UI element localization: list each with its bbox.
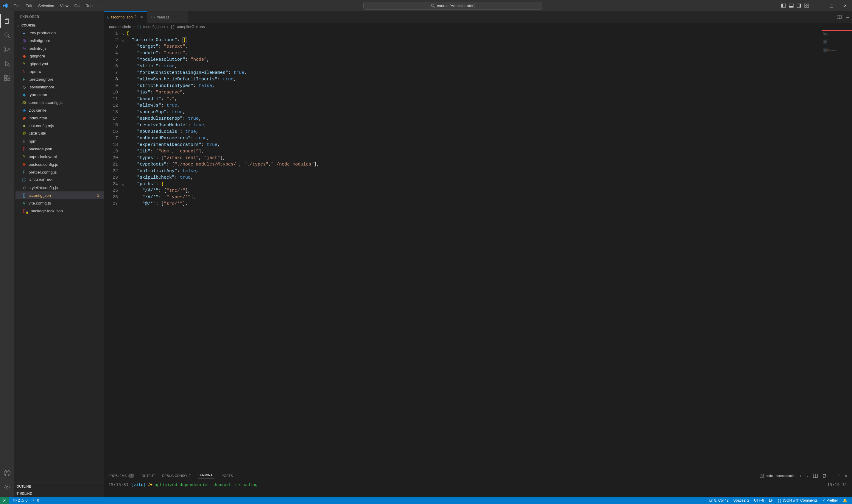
panel-tab-terminal[interactable]: TERMINAL [198, 473, 214, 479]
file-item[interactable]: ◎.eslintrc.js [16, 44, 104, 52]
file-item[interactable]: ©LICENSE [16, 129, 104, 137]
command-center[interactable]: course [Administrator] [363, 2, 542, 10]
file-item[interactable]: ◇.stylelintignore [16, 83, 104, 91]
panel-tab-debug[interactable]: DEBUG CONSOLE [162, 474, 191, 478]
file-item[interactable]: ≡.env.production [16, 29, 104, 37]
code-editor[interactable]: 1234567891011121314151617181920212223242… [104, 30, 852, 470]
menu-go[interactable]: Go [71, 4, 83, 8]
file-item[interactable]: ⊕postcss.config.js [16, 160, 104, 168]
activity-explorer[interactable] [0, 14, 14, 28]
maximize-panel-icon[interactable]: ⌃ [838, 474, 840, 478]
fold-icon[interactable]: ⌄ [120, 30, 126, 37]
menu-file[interactable]: File [11, 4, 23, 8]
window-minimize-button[interactable]: ─ [811, 0, 824, 11]
minimap[interactable]: ▪▪▪▪▪▪▪▪▪▪▪▪▪▪▪▪▪▪▪▪▪▪▪▪▪▪▪▪▪▪▪▪▪▪▪▪▪▪▪▪… [822, 30, 852, 470]
timeline-section[interactable]: › TIMELINE [14, 490, 104, 497]
remote-button[interactable] [0, 497, 9, 504]
activity-search[interactable] [0, 28, 14, 42]
panel: PROBLEMS 2 OUTPUT DEBUG CONSOLE TERMINAL… [104, 470, 852, 497]
breadcrumbs[interactable]: courseadmin › { } tsconfig.json › { } co… [104, 23, 852, 30]
file-item[interactable]: ◈Dockerfile [16, 106, 104, 114]
tab-more-icon[interactable]: ··· [846, 15, 849, 19]
sidebar-more-icon[interactable]: ··· [95, 15, 99, 18]
file-type-icon: ◆ [21, 53, 27, 59]
terminal-session[interactable]: node - courseadmin [760, 474, 795, 478]
activity-settings[interactable] [0, 480, 14, 494]
panel-tab-output[interactable]: OUTPUT [141, 474, 155, 478]
file-item[interactable]: Pprettier.config.js [16, 168, 104, 176]
file-item[interactable]: JScommitlint.config.js [16, 98, 104, 106]
file-item[interactable]: {}tsconfig.json2 [16, 192, 104, 199]
split-terminal-icon[interactable] [813, 473, 818, 478]
status-indent[interactable]: Spaces: 2 [733, 498, 749, 503]
file-item[interactable]: P.prettierignore [16, 75, 104, 83]
file-type-icon: Y [21, 154, 27, 159]
menu-edit[interactable]: Edit [23, 4, 35, 8]
status-language[interactable]: { }JSON with Comments [778, 498, 817, 503]
menu-run[interactable]: Run [83, 4, 95, 8]
close-panel-icon[interactable]: ✕ [845, 474, 847, 478]
file-item[interactable]: ◉index.html [16, 114, 104, 122]
file-item[interactable]: {}🔒package-lock.json [16, 207, 104, 215]
terminal-dropdown-icon[interactable]: ⌄ [806, 474, 809, 478]
file-item[interactable]: ◆.yarnclean [16, 91, 104, 98]
svg-rect-20 [8, 78, 10, 81]
fold-icon[interactable]: ⌄ [120, 37, 126, 43]
file-item[interactable]: ◎.eslintignore [16, 37, 104, 44]
close-icon[interactable]: ✕ [140, 15, 143, 19]
nav-arrows: ← → [111, 4, 124, 8]
editor-tab[interactable]: TSmain.ts [147, 11, 189, 23]
status-prettier[interactable]: ✓Prettier [822, 498, 838, 503]
file-item[interactable]: {}package.json [16, 145, 104, 153]
outline-section[interactable]: › OUTLINE [14, 483, 104, 490]
file-item[interactable]: ◇stylelint.config.js [16, 184, 104, 192]
nav-forward-icon[interactable]: → [121, 4, 124, 8]
file-item[interactable]: Y.gitpod.yml [16, 60, 104, 68]
status-eol[interactable]: LF [769, 498, 773, 503]
kill-terminal-icon[interactable] [822, 473, 827, 478]
file-item[interactable]: ▯npm [16, 137, 104, 145]
layout-panel-icon[interactable] [789, 3, 794, 8]
fold-icon [120, 83, 126, 89]
fold-icon [120, 194, 126, 201]
panel-tab-problems[interactable]: PROBLEMS 2 [108, 474, 134, 478]
new-terminal-icon[interactable]: ＋ [799, 474, 802, 478]
status-errors[interactable]: ⓧ 2 ⚠ 0 [13, 498, 28, 503]
status-cursor[interactable]: Ln 8, Col 42 [709, 498, 729, 503]
file-item[interactable]: ⓘREADME.md [16, 176, 104, 184]
breadcrumb-file[interactable]: tsconfig.json [143, 24, 165, 29]
breadcrumb-symbol[interactable]: compilerOptions [177, 24, 205, 29]
status-notifications[interactable]: 🔔 [843, 498, 847, 503]
file-item[interactable]: Vvite.config.ts [16, 199, 104, 207]
nav-back-icon[interactable]: ← [111, 4, 114, 8]
breadcrumb-root[interactable]: courseadmin [109, 24, 131, 29]
status-port[interactable]: ᯤ 0 [32, 498, 39, 503]
panel-more-icon[interactable]: ··· [831, 474, 834, 478]
file-item[interactable]: Ypnpm-lock.yaml [16, 153, 104, 160]
menu-selection[interactable]: Selection [35, 4, 57, 8]
explorer-folder-header[interactable]: ⌄ COURSE [14, 22, 104, 29]
file-item[interactable]: N.npmrc [16, 68, 104, 75]
fold-icon[interactable]: ⌄ [120, 181, 126, 187]
svg-rect-11 [807, 6, 809, 7]
window-maximize-button[interactable]: ▢ [824, 0, 838, 11]
activity-run-debug[interactable] [0, 57, 14, 71]
split-editor-icon[interactable] [837, 15, 841, 19]
menu-more-icon[interactable]: ··· [95, 4, 105, 8]
file-item[interactable]: ●jest.config.mjs [16, 122, 104, 129]
file-item[interactable]: ◆.gitignore [16, 52, 104, 60]
window-close-button[interactable]: ✕ [838, 0, 852, 11]
activity-source-control[interactable] [0, 42, 14, 57]
file-type-icon: {} [21, 193, 27, 198]
panel-tab-ports[interactable]: PORTS [221, 474, 233, 478]
status-encoding[interactable]: UTF-8 [754, 498, 764, 503]
menu-view[interactable]: View [57, 4, 71, 8]
layout-secondary-sidebar-icon[interactable] [797, 3, 801, 8]
layout-customize-icon[interactable] [804, 3, 809, 8]
layout-primary-sidebar-icon[interactable] [781, 3, 786, 8]
terminal-content[interactable]: 15:15:31 [vite] ✨ optimized dependencies… [104, 481, 852, 497]
activity-extensions[interactable] [0, 71, 14, 85]
activity-account[interactable] [0, 466, 14, 480]
code-content[interactable]: { "compilerOptions": { "target": "esnext… [126, 30, 822, 470]
editor-tab[interactable]: {}tsconfig.json2✕ [104, 11, 147, 23]
